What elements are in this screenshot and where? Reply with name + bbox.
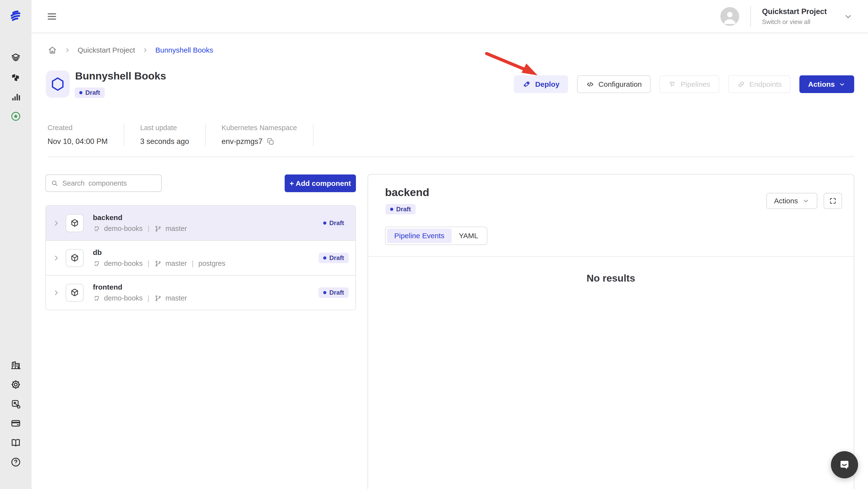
pipeline-icon xyxy=(668,80,677,89)
left-sidebar xyxy=(0,0,32,489)
github-icon xyxy=(93,225,101,233)
panel-actions-dropdown[interactable]: Actions xyxy=(767,193,817,209)
separator xyxy=(146,225,151,233)
header-divider xyxy=(750,6,751,27)
github-icon xyxy=(93,294,101,302)
actions-dropdown-button[interactable]: Actions xyxy=(799,75,854,93)
star-circle-icon[interactable] xyxy=(10,111,21,122)
chevron-right-icon xyxy=(142,47,148,53)
chat-launcher-button[interactable] xyxy=(831,451,858,478)
meta-namespace: Kubernetes Namespace env-pzmgs7 xyxy=(222,124,313,146)
configuration-button[interactable]: Configuration xyxy=(577,75,650,93)
component-row-backend[interactable]: backend demo-books master xyxy=(46,206,355,240)
separator xyxy=(190,260,195,267)
layers-icon[interactable] xyxy=(10,52,21,63)
component-list: backend demo-books master xyxy=(45,205,356,310)
separator xyxy=(146,260,151,267)
git-branch-icon xyxy=(154,260,162,267)
empty-results-message: No results xyxy=(368,272,854,284)
breadcrumb-current: Bunnyshell Books xyxy=(155,46,213,54)
pipelines-button[interactable]: Pipelines xyxy=(659,75,719,93)
component-name: frontend xyxy=(93,283,187,291)
billing-card-icon[interactable] xyxy=(10,418,21,429)
environment-name: Bunnyshell Books xyxy=(75,70,166,82)
branch-name: master xyxy=(165,225,187,233)
bar-chart-icon[interactable] xyxy=(10,91,21,102)
chevron-down-icon[interactable] xyxy=(844,12,852,21)
project-switcher-title: Quickstart Project xyxy=(762,7,827,16)
git-branch-icon xyxy=(154,225,162,233)
tab-pipeline-events[interactable]: Pipeline Events xyxy=(387,229,452,243)
environment-status-badge: Draft xyxy=(75,88,105,98)
section-divider xyxy=(48,157,854,157)
github-icon xyxy=(93,260,101,267)
export-icon[interactable] xyxy=(10,398,21,410)
branch-name: master xyxy=(165,260,187,267)
cube-icon xyxy=(66,284,84,302)
panel-status-badge: Draft xyxy=(385,204,415,215)
branch-name: master xyxy=(165,294,187,302)
rocket-icon xyxy=(523,80,531,89)
panel-tabs: Pipeline Events YAML xyxy=(385,227,487,245)
component-status-badge: Draft xyxy=(318,253,349,263)
status-dot xyxy=(79,91,83,94)
repo-name: demo-books xyxy=(104,225,143,233)
help-icon[interactable] xyxy=(10,457,21,468)
component-status-badge: Draft xyxy=(318,218,349,228)
fullscreen-button[interactable] xyxy=(824,193,842,209)
namespace-value: env-pzmgs7 xyxy=(222,137,262,146)
component-extra: postgres xyxy=(198,260,225,267)
add-component-button[interactable]: + Add component xyxy=(285,174,356,192)
breadcrumb: Quickstart Project Bunnyshell Books xyxy=(48,45,213,55)
endpoints-button[interactable]: Endpoints xyxy=(728,75,790,93)
tab-yaml[interactable]: YAML xyxy=(452,229,486,243)
chevron-right-icon[interactable] xyxy=(53,255,60,262)
chevron-right-icon[interactable] xyxy=(53,220,60,227)
git-branch-icon xyxy=(154,294,162,302)
chevron-down-icon xyxy=(839,81,845,88)
organization-icon[interactable] xyxy=(10,360,21,371)
component-status-badge: Draft xyxy=(318,287,349,298)
main-content: Quickstart Project Bunnyshell Books Bunn… xyxy=(32,34,868,489)
repo-name: demo-books xyxy=(104,294,143,302)
top-header: Quickstart Project Switch or view all xyxy=(32,0,868,33)
search-icon xyxy=(51,179,58,187)
user-avatar[interactable] xyxy=(720,7,739,26)
component-name: db xyxy=(93,249,225,257)
project-switcher-subtitle: Switch or view all xyxy=(762,18,827,26)
component-row-db[interactable]: db demo-books master postgres xyxy=(46,240,355,275)
copy-icon[interactable] xyxy=(267,137,275,145)
panel-title: backend xyxy=(385,186,429,199)
chevron-down-icon xyxy=(802,197,810,204)
settings-gear-icon[interactable] xyxy=(10,379,21,390)
terraform-icon[interactable] xyxy=(10,72,21,83)
chat-bubble-icon xyxy=(838,458,851,471)
meta-last-update: Last update 3 seconds ago xyxy=(140,124,206,146)
fullscreen-icon xyxy=(829,197,837,205)
deploy-button[interactable]: Deploy xyxy=(514,75,568,93)
breadcrumb-project-link[interactable]: Quickstart Project xyxy=(78,46,135,54)
cube-icon xyxy=(66,214,84,232)
component-row-frontend[interactable]: frontend demo-books master xyxy=(46,275,355,310)
project-switcher[interactable]: Quickstart Project Switch or view all xyxy=(762,7,827,26)
separator xyxy=(146,294,151,302)
environment-meta: Created Nov 10, 04:00 PM Last update 3 s… xyxy=(48,124,330,146)
component-name: backend xyxy=(93,214,187,222)
home-icon[interactable] xyxy=(48,45,57,55)
panel-divider xyxy=(368,256,854,257)
environment-hexagon-icon xyxy=(46,70,70,98)
chevron-right-icon[interactable] xyxy=(53,289,60,296)
repo-name: demo-books xyxy=(104,260,143,267)
component-detail-panel: backend Draft Actions Pipeline Events YA… xyxy=(368,174,854,489)
bunnyshell-logo-icon[interactable] xyxy=(8,8,24,24)
link-icon xyxy=(737,80,746,89)
book-icon[interactable] xyxy=(10,437,21,448)
search-input[interactable] xyxy=(62,179,156,187)
code-icon xyxy=(586,80,594,89)
hamburger-menu-icon[interactable] xyxy=(45,10,58,23)
environment-toolbar: Deploy Configuration Pipelines Endpoints… xyxy=(514,75,854,93)
cube-icon xyxy=(66,249,84,267)
component-search xyxy=(45,174,162,192)
meta-created: Created Nov 10, 04:00 PM xyxy=(48,124,124,146)
chevron-right-icon xyxy=(64,47,70,53)
